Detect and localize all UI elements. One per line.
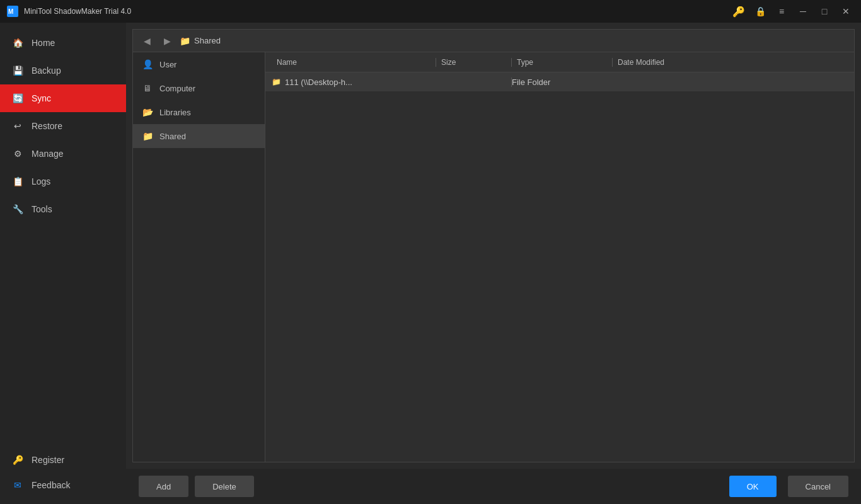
sidebar: 🏠 Home 💾 Backup 🔄 Sync ↩ Restore ⚙ Manag… [0, 23, 126, 504]
column-name: Name [272, 58, 436, 67]
lock-icon: 🔒 [755, 6, 766, 16]
sidebar-label-home: Home [32, 38, 55, 48]
forward-button[interactable]: ▶ [159, 33, 175, 49]
close-icon: ✕ [842, 6, 850, 16]
sidebar-label-logs: Logs [32, 176, 50, 186]
sidebar-item-register[interactable]: 🔑 Register [0, 447, 126, 472]
column-type: Type [511, 58, 612, 67]
computer-tree-icon: 🖥 [142, 83, 153, 94]
sidebar-label-register: Register [32, 455, 64, 465]
sidebar-item-tools[interactable]: 🔧 Tools [0, 195, 126, 223]
bottom-bar: Add Delete OK Cancel [126, 469, 861, 504]
home-icon: 🏠 [11, 37, 24, 49]
backup-icon: 💾 [11, 64, 24, 77]
maximize-button[interactable]: □ [816, 3, 833, 20]
breadcrumb-bar: ◀ ▶ 📁 Shared [133, 30, 854, 52]
back-arrow-icon: ◀ [144, 36, 151, 46]
app-title: MiniTool ShadowMaker Trial 4.0 [24, 7, 730, 16]
breadcrumb-path-label: Shared [194, 36, 221, 45]
sidebar-label-backup: Backup [32, 66, 61, 76]
sidebar-item-restore[interactable]: ↩ Restore [0, 112, 126, 140]
tree-panel: 👤 User 🖥 Computer 📂 Libraries 📁 Shared [133, 52, 265, 462]
file-icon: 📁 [272, 77, 281, 86]
dialog-inner: 👤 User 🖥 Computer 📂 Libraries 📁 Shared [133, 52, 854, 462]
lock-button[interactable]: 🔒 [751, 3, 769, 20]
sidebar-item-manage[interactable]: ⚙ Manage [0, 140, 126, 168]
tree-label-libraries: Libraries [159, 108, 191, 117]
cancel-button[interactable]: Cancel [788, 476, 848, 497]
minimize-button[interactable]: ─ [794, 3, 812, 20]
file-browser-dialog: ◀ ▶ 📁 Shared 👤 User [132, 29, 855, 462]
tree-label-shared: Shared [159, 132, 186, 141]
key-icon: 🔑 [732, 6, 745, 18]
restore-icon: ↩ [11, 120, 24, 132]
tree-item-libraries[interactable]: 📂 Libraries [133, 100, 265, 124]
register-key-icon: 🔑 [11, 454, 24, 466]
tree-item-shared[interactable]: 📁 Shared [133, 124, 265, 148]
content-area: ◀ ▶ 📁 Shared 👤 User [126, 23, 861, 504]
file-name-cell: 📁 111 (\\Desktop-h... [272, 77, 436, 87]
sidebar-label-sync: Sync [32, 93, 51, 103]
manage-icon: ⚙ [11, 147, 24, 160]
sidebar-label-feedback: Feedback [32, 480, 70, 490]
maximize-icon: □ [822, 6, 827, 16]
user-tree-icon: 👤 [142, 59, 153, 70]
sidebar-label-manage: Manage [32, 149, 64, 159]
file-headers: Name Size Type Date Modified [265, 52, 854, 72]
tree-item-user[interactable]: 👤 User [133, 52, 265, 76]
breadcrumb: 📁 Shared [180, 36, 221, 46]
titlebar: M MiniTool ShadowMaker Trial 4.0 🔑 🔒 ≡ ─… [0, 0, 861, 23]
sidebar-label-restore: Restore [32, 121, 62, 131]
close-button[interactable]: ✕ [837, 3, 855, 20]
column-size: Size [436, 58, 511, 67]
tree-label-user: User [159, 60, 176, 69]
breadcrumb-folder-icon: 📁 [180, 36, 190, 46]
tools-icon: 🔧 [11, 203, 24, 215]
sidebar-label-tools: Tools [32, 204, 52, 214]
tree-item-computer[interactable]: 🖥 Computer [133, 76, 265, 100]
feedback-mail-icon: ✉ [11, 479, 24, 491]
sidebar-item-feedback[interactable]: ✉ Feedback [0, 472, 126, 498]
sidebar-item-sync[interactable]: 🔄 Sync [0, 84, 126, 112]
file-panel: Name Size Type Date Modified [265, 52, 854, 462]
main-layout: 🏠 Home 💾 Backup 🔄 Sync ↩ Restore ⚙ Manag… [0, 23, 861, 504]
key-button[interactable]: 🔑 [730, 3, 748, 20]
sidebar-item-home[interactable]: 🏠 Home [0, 29, 126, 57]
delete-button[interactable]: Delete [195, 476, 254, 497]
window-controls: 🔑 🔒 ≡ ─ □ ✕ [730, 3, 855, 20]
ok-button[interactable]: OK [729, 476, 777, 497]
menu-button[interactable]: ≡ [773, 3, 790, 20]
libraries-tree-icon: 📂 [142, 106, 153, 118]
add-button[interactable]: Add [139, 476, 188, 497]
column-date: Date Modified [612, 58, 848, 67]
sidebar-bottom: 🔑 Register ✉ Feedback [0, 447, 126, 504]
minimize-icon: ─ [800, 6, 806, 16]
back-button[interactable]: ◀ [139, 33, 154, 49]
sidebar-item-logs[interactable]: 📋 Logs [0, 168, 126, 195]
svg-text:M: M [8, 8, 13, 15]
file-list: 📁 111 (\\Desktop-h... File Folder [265, 72, 854, 91]
menu-icon: ≡ [779, 6, 784, 16]
sidebar-item-backup[interactable]: 💾 Backup [0, 57, 126, 84]
logs-icon: 📋 [11, 175, 24, 188]
sync-icon: 🔄 [11, 92, 24, 105]
table-row[interactable]: 📁 111 (\\Desktop-h... File Folder [265, 72, 854, 91]
tree-label-computer: Computer [159, 84, 195, 93]
file-type-cell: File Folder [511, 77, 612, 87]
forward-arrow-icon: ▶ [164, 36, 171, 46]
shared-tree-icon: 📁 [142, 130, 153, 142]
app-icon: M [6, 5, 19, 18]
